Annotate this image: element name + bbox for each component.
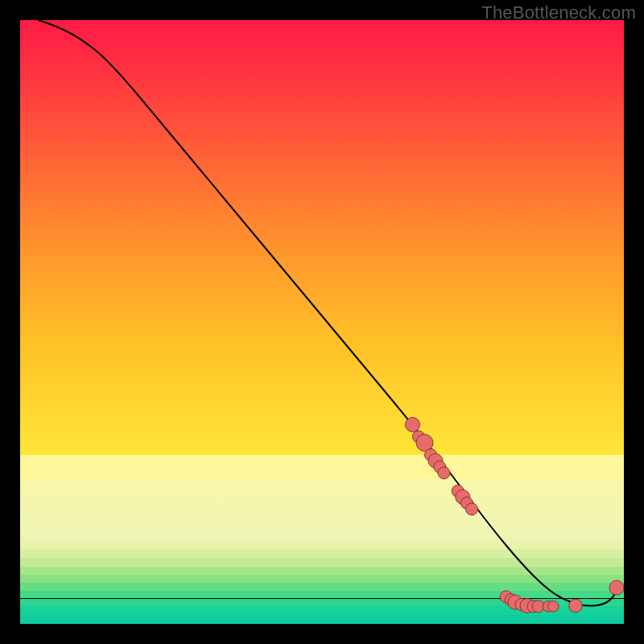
plot-area (20, 20, 624, 624)
bottleneck-curve (39, 20, 618, 606)
curve-layer (20, 20, 624, 624)
chart-stage: TheBottleneck.com (0, 0, 644, 644)
data-dot (466, 503, 478, 515)
data-dot (548, 601, 559, 613)
data-dots (406, 418, 625, 613)
bottleneck-curve-path (39, 20, 618, 606)
data-dot (609, 580, 624, 595)
data-dot (406, 418, 420, 432)
data-dot (569, 599, 583, 613)
watermark-label: TheBottleneck.com (481, 2, 636, 23)
data-dot (532, 601, 544, 613)
data-dot (438, 467, 450, 479)
